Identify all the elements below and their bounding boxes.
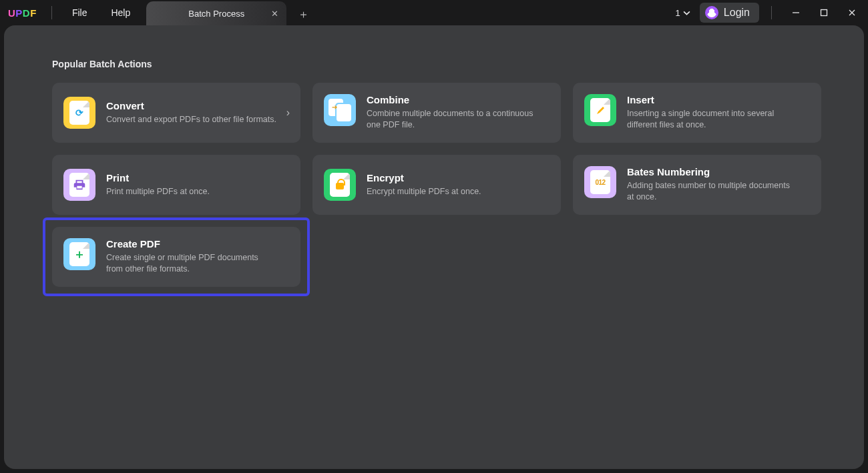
- chevron-right-icon: ›: [286, 107, 290, 119]
- separator: [771, 6, 772, 19]
- card-desc: Adding bates number to multiple document…: [627, 180, 797, 203]
- card-title: Print: [106, 172, 210, 183]
- encrypt-icon: [324, 169, 356, 201]
- section-title: Popular Batch Actions: [52, 59, 816, 69]
- window-controls: 1 Login: [670, 0, 864, 25]
- insert-icon: [584, 94, 616, 126]
- card-convert[interactable]: ⟳ Convert Convert and export PDFs to oth…: [52, 83, 300, 143]
- card-desc: Encrypt multiple PDFs at once.: [367, 186, 481, 197]
- card-desc: Combine multiple documents to a continuo…: [367, 108, 537, 131]
- card-insert[interactable]: Insert Inserting a single document into …: [573, 83, 821, 143]
- login-button[interactable]: Login: [700, 3, 759, 23]
- card-desc: Print multiple PDFs at once.: [106, 186, 210, 197]
- app-logo: UPDF: [8, 7, 37, 19]
- logo-letter: F: [30, 7, 37, 19]
- card-title: Bates Numbering: [627, 166, 797, 177]
- card-bates[interactable]: 012 Bates Numbering Adding bates number …: [573, 155, 821, 215]
- logo-letter: P: [15, 7, 23, 19]
- close-button[interactable]: [840, 1, 864, 25]
- tab-strip: Batch Process ✕ ＋: [146, 0, 314, 25]
- svg-rect-0: [821, 10, 827, 16]
- convert-icon: ⟳: [63, 97, 95, 129]
- highlight-frame: ＋ Create PDF Create single or multiple P…: [43, 217, 310, 296]
- logo-letter: U: [8, 7, 15, 19]
- maximize-button[interactable]: [812, 1, 836, 25]
- minimize-button[interactable]: [784, 1, 808, 25]
- card-create-pdf[interactable]: ＋ Create PDF Create single or multiple P…: [52, 227, 300, 287]
- login-label: Login: [724, 7, 750, 19]
- menu-file[interactable]: File: [60, 3, 99, 22]
- create-pdf-icon: ＋: [63, 238, 95, 270]
- close-icon[interactable]: ✕: [271, 9, 278, 19]
- work-area: Popular Batch Actions ⟳ Convert Convert …: [4, 25, 864, 469]
- card-title: Encrypt: [367, 172, 481, 183]
- card-title: Combine: [367, 94, 537, 105]
- card-title: Convert: [106, 100, 276, 111]
- bates-icon: 012: [584, 166, 616, 198]
- menu-help[interactable]: Help: [99, 3, 142, 22]
- combine-icon: ➔: [324, 94, 356, 126]
- card-title: Insert: [627, 94, 797, 105]
- separator: [51, 6, 52, 19]
- print-icon: [63, 169, 95, 201]
- card-title: Create PDF: [106, 238, 276, 250]
- card-desc: Convert and export PDFs to other file fo…: [106, 114, 276, 125]
- card-desc: Create single or multiple PDF documents …: [106, 252, 276, 275]
- tab-batch-process[interactable]: Batch Process ✕: [146, 1, 286, 25]
- new-tab-button[interactable]: ＋: [292, 3, 314, 25]
- card-desc: Inserting a single document into several…: [627, 108, 797, 131]
- logo-letter: D: [23, 7, 30, 19]
- doc-count-value: 1: [676, 8, 680, 18]
- avatar-icon: [705, 6, 718, 19]
- tab-label: Batch Process: [188, 9, 244, 19]
- card-encrypt[interactable]: Encrypt Encrypt multiple PDFs at once.: [312, 155, 561, 215]
- open-doc-count[interactable]: 1: [670, 5, 696, 21]
- card-combine[interactable]: ➔ Combine Combine multiple documents to …: [312, 83, 561, 143]
- actions-grid: ⟳ Convert Convert and export PDFs to oth…: [52, 83, 816, 215]
- card-print[interactable]: Print Print multiple PDFs at once.: [52, 155, 300, 215]
- title-bar: UPDF File Help Batch Process ✕ ＋ 1 Login: [0, 0, 868, 25]
- chevron-down-icon: [683, 9, 690, 17]
